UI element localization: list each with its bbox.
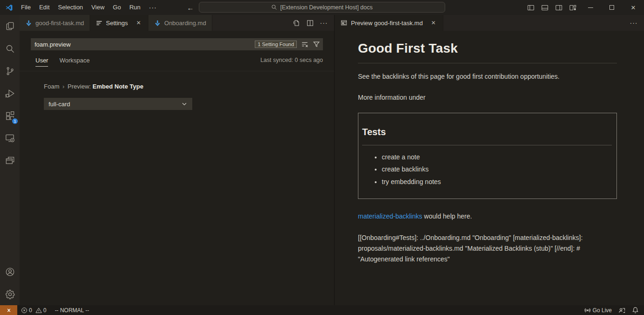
markdown-preview: Good First Task See the backlinks of thi… [335,31,644,305]
toggle-primary-sidebar-icon[interactable] [524,0,538,15]
settings-editor: 1 Setting Found User Workspace Last sync… [20,31,334,305]
menu-go[interactable]: Go [109,0,125,15]
vscode-logo-icon [5,4,13,12]
materialized-backlinks-link[interactable]: materialized-backlinks [358,212,422,220]
editor-layouts-icon[interactable] [0,149,20,171]
preview-title: Good First Task [358,39,617,63]
dropdown-value: full-card [49,101,70,108]
statusbar-right: Go Live [581,305,644,315]
menu-run[interactable]: Run [125,0,145,15]
link-references-paragraph: [[Onboarding#Tests]: ../Onboarding.md "O… [358,233,612,265]
list-item: create a note [382,152,612,162]
toggle-secondary-sidebar-icon[interactable] [552,0,566,15]
tab-label: good-first-task.md [35,20,84,27]
menu-view[interactable]: View [87,0,109,15]
extensions-icon[interactable]: 1 [0,104,20,127]
error-count: 0 [29,307,32,314]
list-item: create backlinks [382,164,612,174]
source-control-icon[interactable] [0,60,20,82]
explorer-icon[interactable] [0,15,20,37]
tab-label: Onboarding.md [164,20,206,27]
settings-scope-tabs: User Workspace Last synced: 0 secs ago [35,57,323,69]
embedded-note-card: Tests create a note create backlinks try… [358,113,617,199]
window-controls: ✕ [524,0,644,15]
notifications-bell-icon[interactable] [629,305,642,315]
setting-item-embed-note-type: Foam › Preview: Embed Note Type full-car… [44,83,192,110]
search-view-icon[interactable] [0,37,20,60]
menu-edit[interactable]: Edit [35,0,54,15]
markdown-file-icon [154,20,161,27]
nav-back-icon[interactable]: ← [185,0,196,15]
link-suffix-text: would help here. [422,212,472,220]
scope-tab-workspace[interactable]: Workspace [59,57,90,66]
run-and-debug-icon[interactable] [0,82,20,104]
markdown-file-icon [25,20,32,27]
scope-tab-user[interactable]: User [35,57,48,67]
feedback-icon[interactable] [615,305,629,315]
tabbar-right: Preview good-first-task.md ✕ ··· [335,15,644,31]
warning-count: 0 [43,307,47,314]
filter-settings-icon[interactable] [311,39,322,49]
more-actions-icon[interactable]: ··· [317,17,330,29]
warning-icon [35,307,42,314]
problems-status[interactable]: 0 0 [17,305,51,315]
close-window-button[interactable]: ✕ [623,0,644,15]
command-center-search[interactable]: [Extension Development Host] docs [199,2,445,13]
search-icon [271,4,277,10]
menu-more-icon[interactable]: ··· [145,0,161,15]
remote-icon [6,307,12,314]
window-title: [Extension Development Host] docs [280,4,372,11]
settings-result-count-badge: 1 Setting Found [255,41,297,48]
setting-name: Embed Note Type [92,83,143,90]
list-item: try embedding notes [382,177,612,186]
embedded-note-list: create a note create backlinks try embed… [362,152,612,186]
customize-layout-icon[interactable] [566,0,580,15]
accounts-icon[interactable] [0,260,20,283]
remote-explorer-icon[interactable] [0,127,20,149]
editor-actions-left: ··· [289,15,334,31]
editor-group-left: good-first-task.md Settings ✕ Onboarding… [20,15,334,305]
go-live-button[interactable]: Go Live [581,305,615,315]
more-actions-icon[interactable]: ··· [627,17,640,29]
setting-title: Foam › Preview: Embed Note Type [44,83,192,90]
setting-subcategory: Preview: [68,83,92,90]
manage-gear-icon[interactable] [0,283,20,305]
editor-group-right: Preview good-first-task.md ✕ ··· Good Fi… [334,15,644,305]
broadcast-icon [584,307,591,314]
toggle-panel-icon[interactable] [538,0,552,15]
last-synced-label: Last synced: 0 secs ago [260,57,323,63]
settings-list-icon [96,20,103,27]
menu-selection[interactable]: Selection [54,0,87,15]
preview-paragraph: materialized-backlinks would help here. [358,212,617,221]
clear-settings-search-icon[interactable] [300,39,310,49]
embed-note-type-dropdown[interactable]: full-card [44,98,192,110]
preview-paragraph: See the backlinks of this page for good … [358,72,617,81]
go-live-label: Go Live [593,307,612,314]
tab-good-first-task[interactable]: good-first-task.md [20,15,90,31]
settings-search-box: 1 Setting Found [31,38,323,50]
menu-file[interactable]: File [17,0,35,15]
editor-actions-right: ··· [627,15,644,31]
remote-indicator[interactable] [0,305,17,315]
preview-paragraph: More information under [358,93,617,102]
vim-mode-indicator[interactable]: -- NORMAL -- [51,305,92,315]
error-icon [21,307,28,314]
tab-close-icon[interactable]: ✕ [430,19,437,27]
settings-header-divider [20,71,334,71]
maximize-button[interactable] [601,0,623,15]
workbench: 1 good-first-task.md [0,15,644,305]
settings-search-input[interactable] [31,41,255,48]
tab-close-icon[interactable]: ✕ [135,19,142,27]
titlebar: File Edit Selection View Go Run ··· ← → … [0,0,644,15]
markdown-preview-icon [340,19,348,27]
tab-settings[interactable]: Settings ✕ [90,15,148,31]
embedded-note-title: Tests [362,125,612,145]
tab-label: Preview good-first-task.md [351,20,423,27]
chevron-down-icon [181,101,188,107]
split-editor-icon[interactable] [303,17,316,29]
open-settings-json-icon[interactable] [289,17,302,29]
tab-preview-good-first-task[interactable]: Preview good-first-task.md ✕ [335,15,443,31]
minimize-button[interactable] [580,0,601,15]
extensions-badge: 1 [11,117,19,125]
tab-onboarding[interactable]: Onboarding.md [148,15,212,31]
